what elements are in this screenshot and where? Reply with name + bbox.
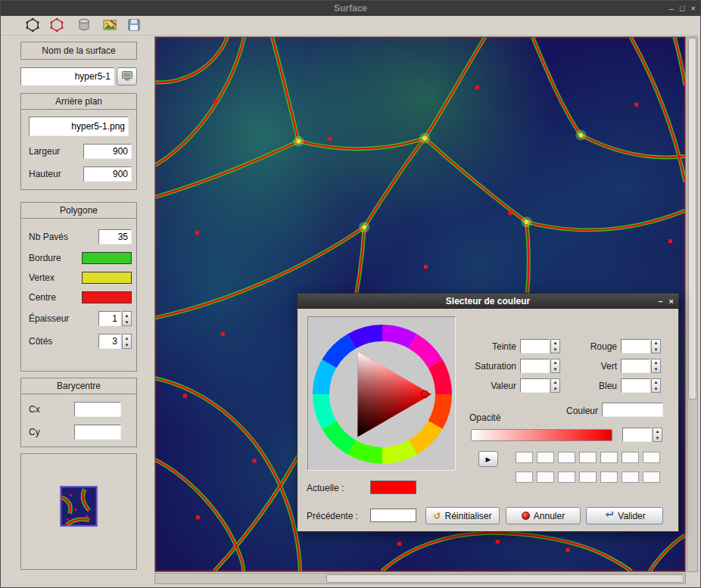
dialog-minimize-button[interactable]: – [658,297,662,306]
bordure-color-swatch[interactable] [82,252,132,264]
valeur-stepper[interactable]: ▲▼ [520,378,560,393]
saturation-value-triangle[interactable] [358,352,432,437]
toolbar-polygon-red-button[interactable] [46,17,67,35]
rouge-stepper[interactable]: ▲▼ [621,339,661,353]
vert-input[interactable] [621,359,650,373]
spin-down-icon[interactable]: ▼ [652,366,660,373]
teinte-stepper[interactable]: ▲▼ [520,339,560,353]
opacity-stepper[interactable]: ▲▼ [622,428,662,442]
polygon-group-title: Polygone [20,202,137,219]
titlebar[interactable]: Surface – □ × [1,1,700,16]
valeur-input[interactable] [520,378,550,393]
expand-palette-button[interactable]: ▶ [478,451,498,467]
horizontal-scrollbar[interactable] [154,573,686,584]
cy-input[interactable] [74,425,121,440]
hue-wheel[interactable] [313,325,452,464]
cx-input[interactable] [74,402,121,417]
window-controls: – □ × [669,1,696,16]
vert-stepper[interactable]: ▲▼ [621,359,661,373]
spin-down-icon[interactable]: ▼ [123,319,131,325]
centre-color-swatch[interactable] [82,291,132,303]
maximize-button[interactable]: □ [680,4,685,13]
valider-button[interactable]: Valider [586,507,663,524]
nb-paves-input[interactable] [98,229,132,244]
custom-color-swatch[interactable] [537,471,554,483]
cotes-input[interactable] [98,334,121,349]
spin-up-icon[interactable]: ▲ [551,359,559,366]
annuler-button[interactable]: Annuler [506,507,581,524]
vertical-scrollbar[interactable] [687,36,698,572]
custom-color-swatch[interactable] [537,452,554,463]
bleu-spin-arrows[interactable]: ▲▼ [651,378,661,393]
close-button[interactable]: × [691,4,696,13]
spin-down-icon[interactable]: ▼ [123,341,131,348]
barycentre-group: Barycentre Cx Cy [20,378,137,447]
toolbar-image-button[interactable] [99,17,120,35]
teinte-label: Teinte [459,341,516,352]
browse-button[interactable] [117,67,137,86]
custom-color-swatch[interactable] [579,471,597,483]
spin-up-icon[interactable]: ▲ [123,334,131,341]
saturation-input[interactable] [520,359,550,373]
custom-color-swatch[interactable] [558,471,575,483]
spin-down-icon[interactable]: ▼ [551,366,559,373]
dialog-titlebar[interactable]: Slecteur de couleur – × [298,294,678,309]
vert-spin-arrows[interactable]: ▲▼ [651,359,661,373]
rouge-spin-arrows[interactable]: ▲▼ [651,339,661,353]
opacity-input[interactable] [622,428,652,442]
vertical-scrollbar-thumb[interactable] [688,38,696,400]
horizontal-scrollbar-thumb[interactable] [326,574,684,583]
spin-down-icon[interactable]: ▼ [551,386,559,393]
custom-color-swatch[interactable] [622,471,639,483]
minimize-button[interactable]: – [669,4,674,13]
custom-color-swatch[interactable] [558,452,575,463]
spin-up-icon[interactable]: ▲ [551,379,559,386]
spin-up-icon[interactable]: ▲ [551,340,559,347]
custom-color-swatch[interactable] [600,452,618,463]
saturation-spin-arrows[interactable]: ▲▼ [550,359,560,373]
dialog-close-button[interactable]: × [669,297,674,306]
spin-down-icon[interactable]: ▼ [551,347,559,353]
epaisseur-stepper[interactable]: ▲ ▼ [98,311,132,326]
rouge-input[interactable] [621,339,650,353]
background-file-input[interactable] [29,117,129,136]
spin-up-icon[interactable]: ▲ [653,428,662,435]
spin-up-icon[interactable]: ▲ [652,340,660,347]
spin-up-icon[interactable]: ▲ [652,379,660,386]
hauteur-input[interactable] [83,166,132,182]
spin-down-icon[interactable]: ▼ [652,347,660,353]
toolbar-cylinder-button[interactable] [73,17,95,35]
toolbar-polygon-outline-button[interactable] [22,17,43,35]
surface-name-input[interactable] [20,67,114,86]
bleu-stepper[interactable]: ▲▼ [621,378,661,393]
spin-down-icon[interactable]: ▼ [653,435,662,442]
custom-color-swatch[interactable] [643,452,660,463]
custom-color-swatch[interactable] [579,452,597,463]
custom-color-swatch[interactable] [643,471,660,483]
spin-down-icon[interactable]: ▼ [652,386,660,393]
epaisseur-spin-arrows[interactable]: ▲ ▼ [122,311,132,326]
custom-color-swatch[interactable] [516,471,533,483]
vertex-color-swatch[interactable] [82,272,132,284]
opacity-slider[interactable] [471,429,612,441]
teinte-input[interactable] [520,339,550,353]
toolbar-save-button[interactable] [123,17,145,35]
valeur-spin-arrows[interactable]: ▲▼ [550,378,560,393]
saturation-stepper[interactable]: ▲▼ [520,359,560,373]
cylinder-icon [76,17,92,35]
custom-color-swatch[interactable] [600,471,618,483]
teinte-spin-arrows[interactable]: ▲▼ [550,339,560,353]
bleu-input[interactable] [621,378,650,393]
spin-up-icon[interactable]: ▲ [123,312,131,319]
epaisseur-input[interactable] [98,311,121,326]
cotes-spin-arrows[interactable]: ▲ ▼ [122,334,132,349]
couleur-input[interactable] [602,403,663,417]
reinitialiser-button[interactable]: ↺ Réinitialiser [425,507,500,524]
custom-color-swatch[interactable] [516,452,533,463]
largeur-input[interactable] [83,144,132,159]
opacity-spin-arrows[interactable]: ▲▼ [653,428,662,442]
custom-color-swatch[interactable] [622,452,639,463]
surface-preview-thumbnail [60,486,98,527]
cotes-stepper[interactable]: ▲ ▼ [98,334,132,349]
spin-up-icon[interactable]: ▲ [652,359,660,366]
